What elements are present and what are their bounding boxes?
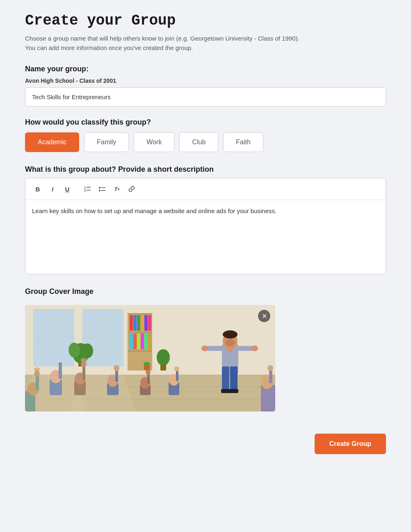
unordered-list-button[interactable] [96, 182, 109, 196]
editor-toolbar: B I U 1. 2. [25, 178, 386, 200]
footer-bar: Create Group [25, 430, 386, 454]
name-section: Name your group: Avon High School - Clas… [25, 65, 386, 118]
editor-container: B I U 1. 2. [25, 178, 386, 274]
page-subtitle: Choose a group name that will help other… [25, 34, 386, 52]
name-example-text: Avon High School - Class of 2001 [25, 77, 386, 84]
create-group-button[interactable]: Create Group [315, 434, 386, 454]
svg-rect-30 [141, 334, 144, 349]
group-name-input[interactable] [25, 87, 386, 107]
svg-point-4 [99, 187, 100, 189]
bold-button[interactable]: B [31, 182, 44, 196]
svg-rect-61 [59, 362, 62, 379]
classify-section: How would you classify this group? Acade… [25, 118, 386, 152]
svg-rect-55 [206, 346, 224, 351]
editor-content[interactable]: Learn key skills on how to set up and ma… [25, 200, 386, 274]
svg-rect-23 [137, 315, 140, 331]
svg-text:1.: 1. [84, 186, 87, 189]
svg-rect-1 [87, 187, 91, 188]
classify-buttons: Academic Family Work Club Faith [25, 132, 386, 152]
classify-btn-family[interactable]: Family [84, 132, 129, 152]
svg-point-84 [34, 371, 40, 377]
description-section: What is this group about? Provide a shor… [25, 165, 386, 274]
svg-point-80 [174, 366, 179, 371]
svg-rect-28 [133, 334, 137, 349]
svg-point-91 [267, 365, 273, 371]
svg-point-76 [146, 370, 151, 375]
link-button[interactable] [125, 182, 138, 196]
underline-button[interactable]: U [61, 182, 74, 196]
svg-rect-21 [130, 315, 133, 331]
svg-rect-24 [141, 315, 144, 331]
svg-point-36 [82, 343, 93, 358]
svg-point-49 [225, 339, 235, 346]
svg-rect-75 [147, 374, 150, 384]
cover-image [25, 305, 275, 412]
svg-rect-29 [137, 334, 140, 349]
svg-rect-79 [176, 371, 178, 381]
svg-rect-52 [230, 366, 237, 391]
svg-rect-7 [101, 190, 105, 191]
svg-rect-51 [222, 366, 229, 391]
svg-point-48 [223, 330, 237, 339]
svg-point-38 [157, 349, 170, 366]
classify-btn-work[interactable]: Work [134, 132, 174, 152]
ordered-list-button[interactable]: 1. 2. [81, 182, 94, 196]
svg-rect-71 [115, 370, 118, 382]
svg-rect-5 [101, 187, 105, 188]
svg-point-40 [144, 362, 150, 366]
name-section-label: Name your group: [25, 65, 386, 73]
italic-button[interactable]: I [46, 182, 59, 196]
classify-section-label: How would you classify this group? [25, 118, 386, 127]
remove-image-button[interactable]: ✕ [258, 310, 270, 322]
svg-line-85 [35, 368, 36, 372]
svg-text:2.: 2. [84, 189, 87, 192]
svg-rect-53 [221, 389, 230, 393]
page-title: Create your Group [25, 12, 386, 29]
svg-rect-18 [128, 313, 152, 315]
svg-rect-27 [130, 334, 133, 349]
svg-point-72 [114, 365, 119, 371]
svg-rect-19 [128, 332, 152, 333]
svg-rect-20 [128, 350, 152, 352]
svg-rect-26 [148, 315, 151, 331]
cover-image-wrapper: ✕ [25, 305, 275, 412]
svg-rect-83 [36, 375, 39, 390]
svg-rect-90 [269, 370, 272, 383]
svg-rect-25 [144, 315, 148, 331]
svg-rect-32 [148, 334, 151, 349]
classify-btn-club[interactable]: Club [179, 132, 218, 152]
classify-btn-academic[interactable]: Academic [25, 132, 79, 152]
svg-rect-3 [87, 190, 91, 191]
svg-line-66 [82, 359, 82, 362]
clear-format-button[interactable]: Tx [110, 182, 123, 196]
cover-image-section: Group Cover Image [25, 287, 386, 413]
svg-rect-64 [82, 366, 85, 380]
svg-rect-22 [133, 315, 137, 331]
svg-rect-54 [229, 389, 238, 393]
cover-image-label: Group Cover Image [25, 287, 386, 296]
svg-point-6 [99, 190, 100, 191]
classify-btn-faith[interactable]: Faith [223, 132, 263, 152]
description-section-label: What is this group about? Provide a shor… [25, 165, 386, 174]
svg-line-87 [38, 368, 39, 372]
svg-point-57 [201, 346, 208, 351]
svg-line-68 [85, 359, 86, 362]
svg-point-35 [68, 343, 80, 357]
svg-rect-31 [144, 334, 148, 349]
svg-rect-50 [228, 348, 233, 352]
svg-point-58 [251, 346, 258, 351]
